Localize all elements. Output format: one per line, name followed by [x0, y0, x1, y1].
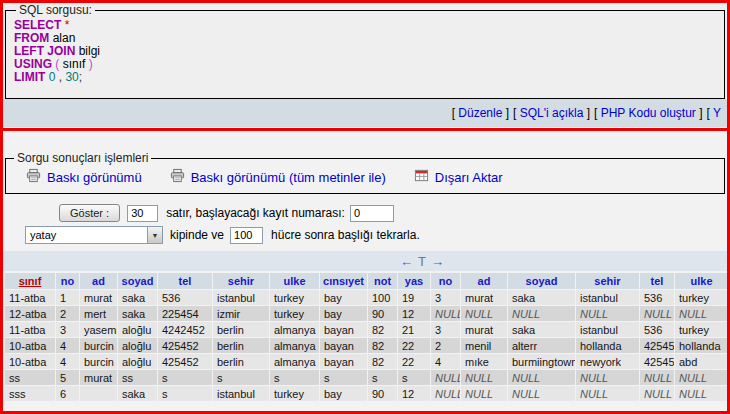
column-sort-link[interactable]: soyad: [122, 275, 154, 287]
show-button[interactable]: Göster :: [59, 204, 120, 222]
table-cell: 3: [56, 322, 79, 337]
table-cell: ss: [118, 370, 157, 385]
table-cell: bayan: [320, 322, 367, 337]
rows-options-row: Göster : satır, başlayacağı kayıt numara…: [3, 204, 727, 222]
table-cell: aloğlu: [118, 338, 157, 353]
table-cell: 82: [368, 338, 397, 353]
column-sort-link[interactable]: yas: [405, 275, 423, 287]
table-cell: 225454: [158, 306, 212, 321]
column-sort-link[interactable]: soyad: [526, 275, 558, 287]
column-sort-link[interactable]: ad: [92, 275, 105, 287]
table-cell: istanbul: [213, 386, 269, 401]
column-sort-link[interactable]: not: [374, 275, 391, 287]
rotate-left-arrow[interactable]: ←: [400, 254, 413, 269]
table-cell: s: [368, 370, 397, 385]
rotate-right-arrow[interactable]: →: [431, 254, 444, 269]
column-header-sınıf[interactable]: sınıf: [5, 273, 55, 289]
table-cell: 11-atba: [5, 290, 55, 305]
sql-query-legend: SQL sorgusu:: [16, 3, 95, 17]
tools-link[interactable]: Y: [713, 106, 721, 120]
start-record-input[interactable]: [350, 205, 394, 222]
tools-link[interactable]: SQL'i açıkla: [520, 106, 584, 120]
column-sort-link[interactable]: sehir: [228, 275, 254, 287]
table-cell: newyork: [576, 354, 639, 369]
table-cell: saka: [118, 386, 157, 401]
column-sort-link[interactable]: no: [61, 275, 74, 287]
column-header-yas[interactable]: yas: [398, 273, 430, 289]
table-cell: 425452: [158, 354, 212, 369]
export-icon: [414, 168, 429, 186]
tools-link-group: [ PHP Kodu oluştur ]: [594, 106, 703, 120]
sql-line: LEFT JOIN bilgi: [14, 45, 716, 58]
table-cell: yasemin: [80, 322, 117, 337]
sql-query-section: SQL sorgusu: SELECT *FROM alanLEFT JOIN …: [0, 0, 730, 131]
column-header-cınsıyet[interactable]: cınsıyet: [320, 273, 367, 289]
table-cell: 12: [398, 306, 430, 321]
column-sort-link[interactable]: sınıf: [19, 275, 42, 287]
chevron-down-icon[interactable]: ▼: [147, 227, 162, 243]
column-header-soyad[interactable]: soyad: [118, 273, 157, 289]
table-cell: 1: [56, 290, 79, 305]
table-cell: 11-atba: [5, 322, 55, 337]
column-header-soyad[interactable]: soyad: [508, 273, 575, 289]
column-header-not[interactable]: not: [368, 273, 397, 289]
print-view-link[interactable]: Baskı görünümü: [26, 168, 142, 186]
table-cell: aloğlu: [118, 354, 157, 369]
table-cell: 3: [431, 290, 460, 305]
column-sort-link[interactable]: ulke: [690, 275, 712, 287]
column-sort-link[interactable]: tel: [179, 275, 192, 287]
column-header-no[interactable]: no: [56, 273, 79, 289]
column-header-ad[interactable]: ad: [461, 273, 507, 289]
table-cell: NULL: [508, 386, 575, 401]
display-options-form: Göster : satır, başlayacağı kayıt numara…: [3, 194, 727, 244]
table-row: 10-atba4burcinaloğlu425452berlinalmanyab…: [5, 354, 728, 369]
tools-link[interactable]: PHP Kodu oluştur: [601, 106, 696, 120]
table-cell: 2: [56, 306, 79, 321]
table-cell: 82: [368, 354, 397, 369]
column-sort-link[interactable]: ulke: [283, 275, 305, 287]
column-header-tel[interactable]: tel: [640, 273, 674, 289]
table-cell: 19: [398, 290, 430, 305]
ops-link-label: Dışarı Aktar: [435, 170, 503, 185]
table-cell: NULL: [431, 306, 460, 321]
column-header-tel[interactable]: tel: [158, 273, 212, 289]
column-header-ulke[interactable]: ulke: [675, 273, 728, 289]
export-link[interactable]: Dışarı Aktar: [414, 168, 503, 186]
sql-line: USING ( sınıf ): [14, 58, 716, 71]
table-cell: NULL: [640, 370, 674, 385]
table-cell: bay: [320, 306, 367, 321]
table-cell: 6: [56, 386, 79, 401]
column-sort-link[interactable]: cınsıyet: [323, 275, 364, 287]
tools-link[interactable]: Düzenle: [458, 106, 502, 120]
table-cell: NULL: [576, 306, 639, 321]
table-cell: saka: [118, 306, 157, 321]
table-cell: NULL: [431, 386, 460, 401]
table-cell: turkey: [675, 290, 728, 305]
display-mode-select[interactable]: yatay ▼: [25, 226, 163, 244]
column-header-ad[interactable]: ad: [80, 273, 117, 289]
rows-count-input[interactable]: [127, 205, 158, 222]
table-row: 11-atba3yaseminaloğlu4242452berlinalmany…: [5, 322, 728, 337]
table-cell: NULL: [675, 386, 728, 401]
repeat-headers-input[interactable]: [230, 227, 263, 244]
table-orientation-bar: ← T →: [3, 251, 727, 271]
table-cell: alterr: [508, 338, 575, 353]
column-sort-link[interactable]: no: [439, 275, 452, 287]
table-cell: bay: [320, 290, 367, 305]
table-cell: abd: [675, 354, 728, 369]
table-cell: burcin: [80, 354, 117, 369]
table-cell: 21: [398, 322, 430, 337]
column-sort-link[interactable]: tel: [651, 275, 664, 287]
sql-line: FROM alan: [14, 32, 716, 45]
table-cell: berlin: [213, 322, 269, 337]
column-header-ulke[interactable]: ulke: [270, 273, 319, 289]
table-cell: bayan: [320, 338, 367, 353]
table-cell: ss: [5, 370, 55, 385]
column-header-no[interactable]: no: [431, 273, 460, 289]
column-sort-link[interactable]: ad: [478, 275, 491, 287]
column-sort-link[interactable]: sehir: [594, 275, 620, 287]
column-header-sehir[interactable]: sehir: [213, 273, 269, 289]
print-view-link[interactable]: Baskı görünümü (tüm metinler ile): [170, 168, 386, 186]
column-header-sehir[interactable]: sehir: [576, 273, 639, 289]
table-cell: NULL: [461, 306, 507, 321]
